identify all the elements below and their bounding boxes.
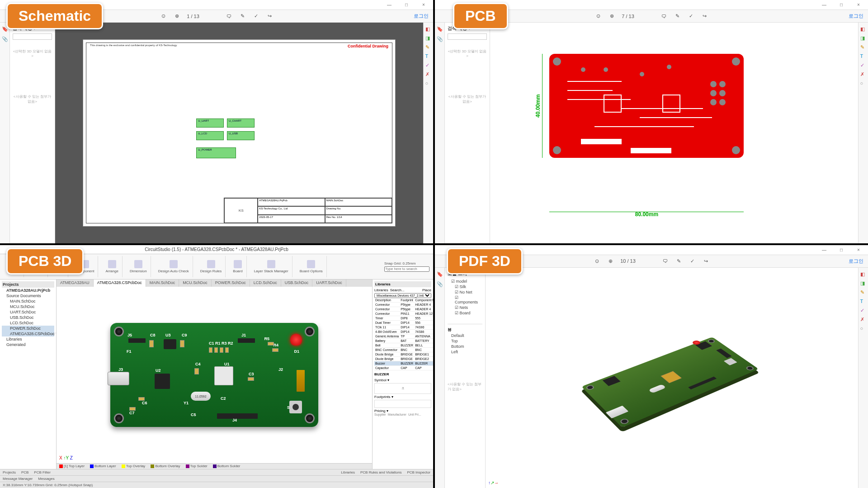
msg-tab[interactable]: Messages (38, 477, 54, 481)
search-input[interactable] (448, 33, 487, 40)
share-icon[interactable]: ↪ (701, 13, 708, 20)
tree-node[interactable]: ☑ model (448, 279, 482, 284)
tool-icon[interactable]: ○ (860, 81, 867, 87)
view-item[interactable]: Top (448, 338, 482, 344)
tool-icon[interactable]: T (425, 53, 432, 60)
tool-icon[interactable]: ✗ (860, 317, 867, 323)
lib-place-button[interactable]: Place (422, 288, 431, 292)
tool-icon[interactable]: ○ (860, 326, 867, 332)
ribbon-rules[interactable]: Design Rules (197, 256, 226, 277)
window-minimize[interactable]: — (818, 247, 830, 252)
snap-grid[interactable]: Snap Grid: 0.25mm (384, 261, 429, 265)
schematic-canvas[interactable]: Confidential Drawing This drawing is the… (55, 23, 423, 243)
lib-bottom-tab[interactable]: PCB Rules and Violations (360, 470, 401, 474)
stamp-icon[interactable]: ✓ (253, 13, 260, 20)
attachment-icon[interactable]: 📎 (437, 36, 443, 43)
next-page-icon[interactable]: ⊕ (607, 257, 614, 265)
lib-select[interactable]: Miscellaneous Devices 437_2.IntLib [Comp… (374, 293, 431, 298)
tree-node[interactable]: Source Documents (2, 293, 54, 298)
tree-node[interactable]: ☑ Board (448, 310, 482, 316)
layer-tab[interactable]: Top Overlay (126, 464, 146, 468)
next-page-icon[interactable]: ⊕ (173, 13, 180, 20)
tool-icon[interactable]: ✎ (860, 44, 867, 51)
tree-node[interactable]: ☑ Nets (448, 305, 482, 310)
tree-node[interactable]: ☑ No Net (448, 289, 482, 295)
tool-icon[interactable]: T (860, 53, 867, 60)
highlight-icon[interactable]: ✎ (675, 257, 683, 265)
msg-tab[interactable]: Message Manager (3, 477, 33, 481)
bottom-tab[interactable]: PCB Filter (34, 470, 50, 474)
note-icon[interactable]: 🗨 (660, 13, 668, 20)
tool-icon[interactable]: ✓ (860, 308, 867, 314)
share-icon[interactable]: ↪ (703, 257, 710, 265)
page-current[interactable]: 7 (622, 14, 624, 19)
tool-icon[interactable]: ✗ (425, 71, 432, 78)
ribbon-board[interactable]: Board (229, 256, 246, 277)
project-tree[interactable]: Projects ATMEGA328AU.PrjPcb Source Docum… (0, 280, 57, 469)
tool-icon[interactable]: ○ (425, 81, 432, 87)
tree-node[interactable]: MCU.SchDoc (2, 304, 54, 309)
note-icon[interactable]: 🗨 (226, 13, 233, 20)
tool-icon[interactable]: T (860, 298, 867, 305)
tree-node[interactable]: ☑ Components (448, 295, 482, 305)
tree-node[interactable]: Libraries (2, 336, 54, 342)
bookmark-icon[interactable]: 🔖 (437, 271, 443, 278)
view-item[interactable]: Default (448, 333, 482, 338)
next-page-icon[interactable]: ⊕ (608, 13, 615, 20)
libraries-panel[interactable]: Libraries Libraries Search... Place Misc… (372, 280, 433, 469)
view-item[interactable]: Bottom (448, 344, 482, 349)
ribbon-layerstack[interactable]: Layer Stack Manager (250, 256, 292, 277)
doc-tab-active[interactable]: ATMEGA328.CSPcbDoc (94, 280, 146, 287)
tree-node[interactable]: ☑ Silk (448, 284, 482, 289)
lib-table[interactable]: DescriptionFootprintComponent Name Conne… (374, 298, 433, 370)
highlight-icon[interactable]: ✎ (239, 13, 246, 20)
window-minimize[interactable]: — (818, 2, 830, 7)
tree-node[interactable]: LCD.SchDoc (2, 320, 54, 326)
login-link[interactable]: 로그인 (414, 13, 429, 19)
prev-page-icon[interactable]: ⊙ (160, 13, 167, 20)
doc-tab[interactable]: UART.SchDoc (312, 280, 346, 287)
view-item[interactable]: Left (448, 349, 482, 355)
page-current[interactable]: 10 (620, 258, 626, 264)
doc-tab[interactable]: LCD.SchDoc (250, 280, 281, 287)
window-maximize[interactable]: □ (401, 2, 412, 7)
lib-section[interactable]: Pricing ▾ (374, 409, 431, 413)
tree-node[interactable]: Generated (2, 342, 54, 347)
lib-bottom-tab[interactable]: Libraries (341, 470, 355, 474)
stamp-icon[interactable]: ✓ (688, 13, 695, 20)
tool-icon[interactable]: ◨ (860, 35, 867, 42)
doc-tab[interactable]: MAIN.SchDoc (146, 280, 179, 287)
lib-section[interactable]: Footprints ▾ (374, 395, 431, 399)
layer-tab[interactable]: Bottom Layer (94, 464, 116, 468)
pdf3d-canvas[interactable]: ↑↗→ (486, 268, 858, 488)
tree-node-selected[interactable]: POWER.SchDoc (2, 326, 54, 331)
layer-tab[interactable]: Bottom Solder (217, 464, 241, 468)
tool-icon[interactable]: ✓ (860, 62, 867, 69)
doc-tab[interactable]: USB.SchDoc (281, 280, 313, 287)
window-maximize[interactable]: □ (835, 2, 847, 7)
page-current[interactable]: 1 (187, 14, 189, 19)
tool-icon[interactable]: ◨ (860, 280, 867, 287)
tree-node[interactable]: USB.SchDoc (2, 315, 54, 320)
ribbon-arrange[interactable]: Arrange (102, 256, 122, 277)
bookmark-icon[interactable]: 🔖 (437, 26, 443, 33)
project-node[interactable]: ATMEGA328AU.PrjPcb (2, 288, 54, 293)
doc-tab[interactable]: POWER.SchDoc (212, 280, 250, 287)
prev-page-icon[interactable]: ⊙ (593, 257, 600, 265)
tool-icon[interactable]: ◧ (425, 26, 432, 33)
cs-search-input[interactable] (384, 266, 429, 272)
lib-tab[interactable]: Libraries (374, 288, 388, 292)
tool-icon[interactable]: ✓ (425, 62, 432, 69)
tool-icon[interactable]: ✗ (860, 71, 867, 78)
attachment-icon[interactable]: 📎 (2, 36, 8, 43)
window-close[interactable]: × (853, 247, 864, 252)
login-link[interactable]: 로그인 (849, 258, 863, 265)
login-link[interactable]: 로그인 (849, 13, 863, 19)
window-close[interactable]: × (853, 2, 864, 7)
window-close[interactable]: × (418, 2, 429, 7)
bottom-tab[interactable]: PCB (21, 470, 28, 474)
prev-page-icon[interactable]: ⊙ (594, 13, 602, 20)
model-tree-panel[interactable]: 모델 트리 × ☑ model ☑ Silk ☑ No Net ☑ Compon… (445, 268, 486, 488)
tree-node[interactable]: ATMEGA328.CSPcbDoc * (2, 331, 54, 336)
doc-tab[interactable]: ATMEGA328AU (57, 280, 94, 287)
